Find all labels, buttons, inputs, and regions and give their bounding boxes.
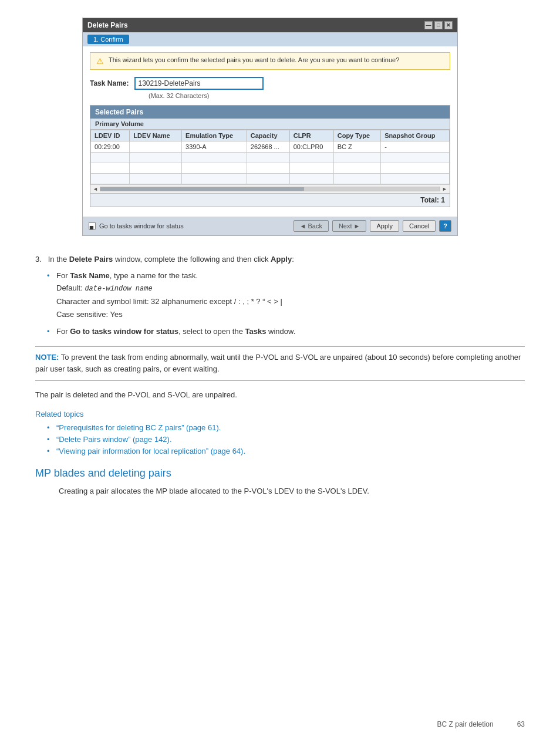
step-3-num: 3. [35, 255, 42, 264]
empty-row-1 [91, 153, 450, 163]
step-3: 3. In the Delete Pairs window, complete … [35, 254, 525, 401]
dialog-footer: ■ Go to tasks window for status ◄ Back N… [83, 217, 457, 235]
goto-tasks-bold: Go to tasks window for status [70, 327, 178, 336]
bullet-goto-tasks: For Go to tasks window for status, selec… [47, 326, 525, 338]
table-row: 00:29:00 3390-A 262668 ... 00:CLPR0 BC Z… [91, 141, 450, 153]
tasks-bold: Tasks [245, 327, 266, 336]
cell-capacity: 262668 ... [247, 141, 289, 153]
related-link-1: “Prerequisites for deleting BC Z pairs” … [47, 423, 525, 432]
scroll-right-arrow[interactable]: ► [442, 186, 447, 192]
delete-pairs-bold: Delete Pairs [69, 255, 113, 264]
step-3-text: 3. In the Delete Pairs window, complete … [35, 255, 294, 264]
cell-clpr: 00:CLPR0 [289, 141, 333, 153]
primary-volume-subheader: Primary Volume [90, 119, 450, 130]
col-ldev-name: LDEV Name [130, 130, 182, 141]
bullet-task-name: For Task Name, type a name for the task.… [47, 270, 525, 321]
sub-text-default: Default: date-window name [56, 282, 525, 295]
col-copy-type: Copy Type [333, 130, 381, 141]
empty-row-2 [91, 163, 450, 174]
tasks-window-checkbox[interactable]: ■ [89, 222, 96, 229]
total-label: Total: [420, 196, 439, 204]
scroll-left-arrow[interactable]: ◄ [93, 186, 98, 192]
col-capacity: Capacity [247, 130, 289, 141]
task-name-bold: Task Name [70, 271, 110, 280]
col-clpr: CLPR [289, 130, 333, 141]
task-name-input[interactable] [134, 77, 264, 90]
related-topics-section: Related topics “Prerequisites for deleti… [35, 410, 525, 455]
pairs-table: LDEV ID LDEV Name Emulation Type Capacit… [90, 130, 450, 184]
main-content: 3. In the Delete Pairs window, complete … [35, 254, 525, 498]
related-link-2-anchor[interactable]: “Delete Pairs window” (page 142). [56, 435, 172, 444]
task-name-label: Task Name: [90, 79, 129, 87]
sub-text-char-limit: Character and symbol limit: 32 alphanume… [56, 295, 525, 308]
back-button[interactable]: ◄ Back [294, 220, 329, 232]
step-bullets: For Task Name, type a name for the task.… [47, 270, 525, 338]
selected-pairs-header: Selected Pairs [90, 106, 450, 119]
table-area: Primary Volume LDEV ID LDEV Name Emulati… [90, 119, 450, 193]
apply-bold: Apply [271, 255, 292, 264]
related-topics-heading: Related topics [35, 410, 525, 418]
scroll-track[interactable] [100, 187, 440, 191]
empty-row-3 [91, 174, 450, 184]
related-link-2: “Delete Pairs window” (page 142). [47, 435, 525, 444]
warning-bar: ⚠ This wizard lets you confirm the selec… [90, 52, 450, 70]
col-emulation-type: Emulation Type [182, 130, 247, 141]
close-button[interactable]: ✕ [444, 21, 453, 29]
note-label: NOTE: [35, 353, 59, 362]
task-name-hint: (Max. 32 Characters) [149, 92, 450, 99]
apply-button[interactable]: Apply [370, 220, 399, 232]
col-ldev-id: LDEV ID [91, 130, 130, 141]
default-value: date-window name [85, 285, 152, 293]
footer-section-name: BC Z pair deletion [437, 720, 494, 728]
page-container: Delete Pairs ― □ ✕ 1. Confirm ⚠ This wiz… [0, 0, 560, 746]
dialog-wrapper: Delete Pairs ― □ ✕ 1. Confirm ⚠ This wiz… [82, 18, 458, 236]
warning-text: This wizard lets you confirm the selecte… [109, 56, 399, 63]
dialog-title: Delete Pairs [87, 21, 128, 29]
cell-copy-type: BC Z [333, 141, 381, 153]
footer-page-num: 63 [517, 720, 525, 728]
delete-pairs-dialog: Delete Pairs ― □ ✕ 1. Confirm ⚠ This wiz… [82, 18, 458, 236]
related-link-3-anchor[interactable]: “Viewing pair information for local repl… [56, 447, 245, 455]
col-snapshot-group: Snapshot Group [381, 130, 450, 141]
total-bar: Total: 1 [90, 193, 450, 207]
dialog-title-controls: ― □ ✕ [424, 21, 453, 29]
dialog-body: ⚠ This wizard lets you confirm the selec… [83, 46, 457, 217]
warning-icon: ⚠ [96, 56, 104, 66]
cell-ldev-id: 00:29:00 [91, 141, 130, 153]
cell-emulation-type: 3390-A [182, 141, 247, 153]
cell-ldev-name [130, 141, 182, 153]
tasks-window-label: Go to tasks window for status [99, 222, 184, 229]
related-links-list: “Prerequisites for deleting BC Z pairs” … [47, 423, 525, 455]
step-confirm-tab[interactable]: 1. Confirm [87, 35, 129, 44]
section-desc: Creating a pair allocates the MP blade a… [59, 485, 525, 498]
dialog-steps-bar: 1. Confirm [83, 32, 457, 46]
total-value: 1 [441, 196, 445, 204]
next-button[interactable]: Next ► [332, 220, 367, 232]
plain-text: The pair is deleted and the P-VOL and S-… [35, 389, 525, 401]
help-button[interactable]: ? [439, 220, 451, 232]
dialog-titlebar: Delete Pairs ― □ ✕ [83, 18, 457, 32]
related-link-1-anchor[interactable]: “Prerequisites for deleting BC Z pairs” … [56, 423, 221, 432]
horizontal-scrollbar[interactable]: ◄ ► [90, 184, 450, 193]
scroll-thumb[interactable] [100, 187, 304, 191]
minimize-button[interactable]: ― [424, 21, 433, 29]
related-link-3: “Viewing pair information for local repl… [47, 447, 525, 455]
page-footer: BC Z pair deletion 63 [437, 720, 525, 728]
selected-pairs-section: Selected Pairs Primary Volume LDEV ID LD… [90, 105, 450, 207]
section-heading: MP blades and deleting pairs [35, 467, 525, 480]
cell-snapshot-group: - [381, 141, 450, 153]
restore-button[interactable]: □ [434, 21, 443, 29]
note-text: To prevent the task from ending abnormal… [35, 353, 521, 374]
task-name-row: Task Name: [90, 77, 450, 90]
note-block: NOTE: To prevent the task from ending ab… [35, 346, 525, 382]
sub-text-case: Case sensitive: Yes [56, 308, 525, 321]
cancel-button[interactable]: Cancel [403, 220, 436, 232]
